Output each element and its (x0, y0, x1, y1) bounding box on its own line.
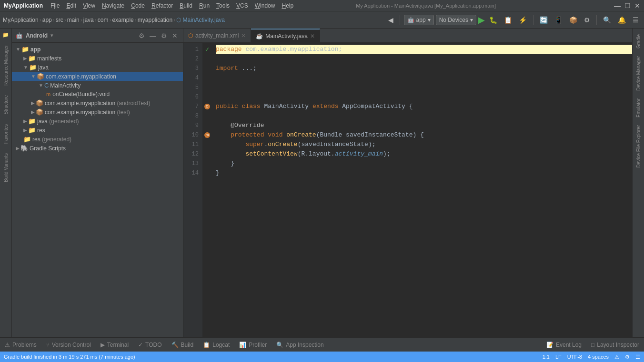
emulator-tab[interactable]: Emulator (635, 95, 642, 121)
menu-build[interactable]: Build (177, 1, 195, 10)
bottom-tab-layout-inspector[interactable]: □ Layout Inspector (586, 338, 644, 352)
status-more-icon[interactable]: ☰ (635, 354, 640, 360)
menu-tools[interactable]: Tools (213, 1, 232, 10)
project-icon[interactable]: 📁 (0, 30, 11, 39)
bottom-tab-profiler[interactable]: 📊 Profiler (234, 338, 272, 352)
bottom-tab-build[interactable]: 🔨 Build (167, 338, 199, 352)
bottom-tab-todo[interactable]: ✓ TODO (133, 338, 166, 352)
code-line-12: setContentView(R.layout.activity_main); (216, 149, 632, 159)
breadcrumb-java[interactable]: java (83, 17, 94, 23)
gradle-icon: 🐘 (20, 145, 28, 152)
debug-button[interactable]: 🐛 (487, 15, 500, 25)
sync-button[interactable]: 🔄 (537, 15, 550, 25)
favorites-tab[interactable]: Favorites (2, 120, 10, 147)
tree-item-oncreate[interactable]: m onCreate(Bundle):void (12, 90, 183, 98)
notification-button[interactable]: 🔔 (615, 15, 628, 25)
breadcrumb-example[interactable]: example (112, 17, 133, 23)
status-position[interactable]: 1:1 (543, 354, 550, 360)
device-dropdown[interactable]: No Devices ▾ (436, 15, 476, 25)
search-button[interactable]: 🔍 (601, 15, 614, 25)
test-label: com.example.myapplication (test) (45, 109, 130, 116)
tree-item-java-generated[interactable]: ▶ 📁 java (generated) (12, 117, 183, 126)
device-manager-tab[interactable]: Device Manager (635, 52, 642, 95)
breadcrumb: MyApplication › app › src › main › java … (3, 17, 225, 23)
coverage-button[interactable]: 📋 (502, 15, 514, 25)
panel-dropdown[interactable]: ▾ (50, 32, 53, 39)
problems-icon: ⚠ (5, 342, 10, 348)
tree-item-test[interactable]: ▶ 📦 com.example.myapplication (test) (12, 108, 183, 117)
tab-activity-main-xml[interactable]: ⬡ activity_main.xml ✕ (183, 29, 251, 43)
editor-area: ⬡ activity_main.xml ✕ ☕ MainActivity.jav… (183, 29, 632, 337)
breadcrumb-app[interactable]: app (42, 17, 52, 23)
menu-run[interactable]: Run (196, 1, 212, 10)
toolbar: MyApplication › app › src › main › java … (0, 11, 644, 29)
panel-settings-btn[interactable]: ⚙ (137, 31, 146, 40)
gradle-tab[interactable]: Gradle (635, 30, 642, 52)
breadcrumb-com[interactable]: com (98, 17, 109, 23)
status-message: Gradle build finished in 3 m 19 s 271 ms… (4, 354, 135, 360)
version-control-icon: ⑂ (46, 342, 50, 348)
close-button[interactable]: ✕ (634, 2, 640, 10)
breadcrumb-myapplication[interactable]: MyApplication (3, 17, 39, 23)
menu-vcs[interactable]: VCS (233, 1, 251, 10)
tree-item-res[interactable]: ▶ 📁 res (12, 126, 183, 135)
structure-tab[interactable]: Structure (2, 91, 10, 118)
gutter-empty-8 (202, 111, 212, 121)
java-tab-label: MainActivity.java (265, 33, 307, 39)
bottom-tab-version-control[interactable]: ⑂ Version Control (41, 338, 96, 352)
bottom-tab-event-log[interactable]: 📝 Event Log (542, 338, 586, 352)
menu-refactor[interactable]: Refactor (149, 1, 176, 10)
device-file-explorer-tab[interactable]: Device File Explorer (635, 121, 642, 171)
run-config-dropdown[interactable]: 🤖 app ▾ (404, 15, 434, 25)
status-encoding[interactable]: UTF-8 (567, 354, 582, 360)
resource-manager-tab[interactable]: Resource Manager (2, 41, 10, 89)
menu-view[interactable]: View (80, 1, 98, 10)
tree-item-com-example[interactable]: ▼ 📦 com.example.myapplication (12, 72, 183, 81)
run-button[interactable]: ▶ (478, 15, 485, 25)
separator-2 (533, 15, 533, 25)
bottom-tab-terminal[interactable]: ▶ Terminal (96, 338, 133, 352)
tab-mainactivity-java[interactable]: ☕ MainActivity.java ✕ (251, 29, 320, 43)
tree-item-res-generated[interactable]: 📁 res (generated) (12, 135, 183, 144)
bottom-tab-logcat[interactable]: 📋 Logcat (198, 338, 234, 352)
tree-item-app[interactable]: ▼ 📁 app (12, 45, 183, 54)
window-controls: — ☐ ✕ (614, 2, 640, 10)
xml-tab-close[interactable]: ✕ (241, 32, 246, 39)
breadcrumb-src[interactable]: src (56, 17, 63, 23)
status-settings-icon[interactable]: ⚙ (625, 354, 630, 360)
panel-close-btn[interactable]: ✕ (171, 31, 179, 40)
status-lf[interactable]: LF (555, 354, 562, 360)
tree-item-manifests[interactable]: ▶ 📁 manifests (12, 54, 183, 63)
tree-item-androidtest[interactable]: ▶ 📦 com.example.myapplication (androidTe… (12, 98, 183, 108)
minimize-button[interactable]: — (614, 2, 621, 10)
menu-file[interactable]: File (48, 1, 62, 10)
tree-item-java[interactable]: ▼ 📁 java (12, 63, 183, 72)
build-variants-tab[interactable]: Build Variants (2, 149, 10, 186)
code-content[interactable]: package com.example.myapplication; impor… (212, 43, 632, 337)
panel-collapse-btn[interactable]: — (148, 31, 158, 40)
maximize-button[interactable]: ☐ (624, 2, 631, 10)
tree-item-mainactivity[interactable]: ▼ C MainActivity (12, 81, 183, 90)
right-sidebar: Gradle Device Manager Emulator Device Fi… (632, 29, 644, 337)
breadcrumb-mainactivity[interactable]: ⬡ MainActivity.java (176, 17, 225, 23)
sdk-button[interactable]: 📦 (567, 15, 580, 25)
breadcrumb-myapplication-pkg[interactable]: myapplication (138, 17, 172, 23)
back-button[interactable]: ◀ (386, 15, 396, 25)
more-button[interactable]: ☰ (630, 15, 641, 25)
breadcrumb-main[interactable]: main (67, 17, 80, 23)
avd-button[interactable]: 📱 (552, 15, 565, 25)
menu-edit[interactable]: Edit (63, 1, 79, 10)
settings-button[interactable]: ⚙ (582, 15, 593, 25)
status-indent[interactable]: 4 spaces (588, 354, 609, 360)
java-tab-close[interactable]: ✕ (310, 33, 315, 39)
menu-navigate[interactable]: Navigate (99, 1, 127, 10)
profiler-icon: 📊 (239, 342, 246, 348)
bottom-tab-problems[interactable]: ⚠ Problems (0, 338, 41, 352)
panel-gear-btn[interactable]: ⚙ (160, 31, 169, 40)
menu-code[interactable]: Code (128, 1, 148, 10)
menu-window[interactable]: Window (252, 1, 278, 10)
bottom-tab-app-inspection[interactable]: 🔍 App Inspection (272, 338, 328, 352)
profile-button[interactable]: ⚡ (516, 15, 529, 25)
tree-item-gradle-scripts[interactable]: ▶ 🐘 Gradle Scripts (12, 144, 183, 153)
menu-help[interactable]: Help (279, 1, 296, 10)
